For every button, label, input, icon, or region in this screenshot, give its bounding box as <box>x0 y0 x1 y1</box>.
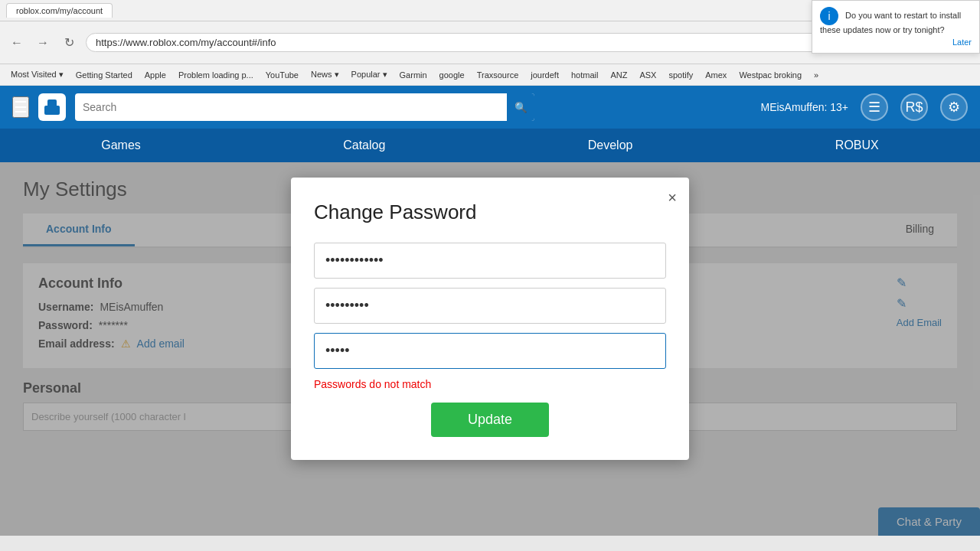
bookmark-jourdeft[interactable]: jourdeft <box>526 69 564 81</box>
bookmark-garmin[interactable]: Garmin <box>395 69 432 81</box>
nav-develop[interactable]: Develop <box>557 131 664 160</box>
bookmark-getting-started[interactable]: Getting Started <box>71 69 137 81</box>
bookmark-apple[interactable]: Apple <box>140 69 171 81</box>
new-password-input[interactable] <box>314 288 666 324</box>
url-text: https://www.roblox.com/my/account#/info <box>96 37 276 48</box>
robux-icon-button[interactable]: R$ <box>900 93 928 121</box>
current-password-input[interactable] <box>314 243 666 279</box>
modal-close-button[interactable]: × <box>668 190 677 205</box>
password-error-text: Passwords do not match <box>314 378 666 390</box>
bookmark-hotmail[interactable]: hotmail <box>567 69 603 81</box>
settings-icon-button[interactable]: ⚙ <box>940 93 968 121</box>
bookmark-problem-loading[interactable]: Problem loading p... <box>174 69 258 81</box>
notification-later-btn[interactable]: Later <box>952 37 972 47</box>
bookmark-asx[interactable]: ASX <box>635 69 661 81</box>
nav-refresh-button[interactable]: ↻ <box>58 32 80 54</box>
modal-overlay: × Change Password Passwords do not match… <box>0 162 980 536</box>
bookmark-youtube[interactable]: YouTube <box>261 69 303 81</box>
update-button[interactable]: Update <box>431 403 549 437</box>
roblox-logo[interactable] <box>38 93 66 121</box>
search-container: 🔍 <box>75 93 534 121</box>
modal-title: Change Password <box>314 201 666 224</box>
browser-tab[interactable]: roblox.com/my/account <box>6 3 113 18</box>
search-input[interactable] <box>83 101 507 113</box>
bookmark-anz[interactable]: ANZ <box>606 69 632 81</box>
hamburger-button[interactable]: ☰ <box>12 96 29 118</box>
bookmark-most-visited[interactable]: Most Visited ▾ <box>6 68 68 81</box>
nav-robux[interactable]: ROBUX <box>805 131 910 160</box>
change-password-modal: × Change Password Passwords do not match… <box>291 178 689 460</box>
notification-banner: i Do you want to restart to install thes… <box>812 0 980 54</box>
confirm-password-input[interactable] <box>314 333 666 369</box>
chat-icon-button[interactable]: ☰ <box>861 93 888 121</box>
nav-forward-button[interactable]: → <box>32 32 54 54</box>
update-label: Update <box>468 412 512 427</box>
notification-text: Do you want to restart to install these … <box>820 11 961 34</box>
search-button[interactable]: 🔍 <box>507 93 534 121</box>
bookmark-spotify[interactable]: spotify <box>664 69 697 81</box>
bookmark-traxsource[interactable]: Traxsource <box>472 69 524 81</box>
nav-back-button[interactable]: ← <box>6 32 28 54</box>
bookmark-amex[interactable]: Amex <box>701 69 731 81</box>
search-icon: 🔍 <box>514 102 528 113</box>
bookmark-more[interactable]: » <box>809 69 823 81</box>
username-display: MEisAmuffen: 13+ <box>760 101 848 113</box>
nav-games[interactable]: Games <box>70 131 172 160</box>
svg-rect-1 <box>44 106 60 115</box>
nav-catalog[interactable]: Catalog <box>312 131 416 160</box>
bookmark-news[interactable]: News ▾ <box>306 68 344 81</box>
bookmark-westpac[interactable]: Westpac broking <box>734 69 806 81</box>
bookmark-google[interactable]: google <box>435 69 469 81</box>
bookmark-popular[interactable]: Popular ▾ <box>347 68 392 81</box>
